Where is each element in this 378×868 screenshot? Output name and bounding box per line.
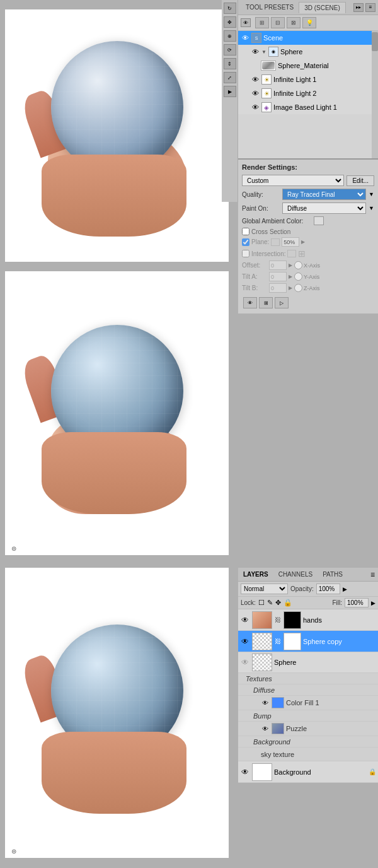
- render-preset-select[interactable]: Custom: [242, 175, 344, 186]
- mask-sphere-copy: [284, 633, 301, 650]
- z-axis-radio[interactable]: Z-Axis: [294, 284, 320, 292]
- tab-3d-scene[interactable]: 3D (SCENE): [299, 2, 346, 13]
- bulb-btn[interactable]: 💡: [302, 17, 316, 28]
- scene-item-ibl[interactable]: 👁 ◈ Image Based Light 1: [238, 100, 378, 114]
- scene-toolbar: 👁 ⊞ ⊟ ⊠ 💡: [238, 15, 378, 31]
- quality-select[interactable]: Ray Traced Final: [282, 189, 366, 200]
- plane-arrow[interactable]: ▶: [301, 239, 305, 245]
- sub-sky-texture[interactable]: sky texture: [238, 748, 378, 761]
- tab-tool-presets[interactable]: TOOL PRESETS: [241, 2, 299, 13]
- tab-paths[interactable]: PATHS: [318, 569, 348, 580]
- scene-label: Scene: [263, 34, 283, 42]
- chain-sphere-copy: ⛓: [274, 638, 282, 645]
- render-quality-row: Quality: Ray Traced Final ▼: [242, 189, 374, 200]
- tab-layers[interactable]: LAYERS: [238, 569, 273, 580]
- sub-textures: Textures: [238, 673, 378, 684]
- eye-ibl[interactable]: 👁: [251, 103, 260, 112]
- lock-move-icon[interactable]: ✥: [275, 599, 281, 607]
- fill-arrow[interactable]: ▶: [371, 600, 375, 606]
- eye-background[interactable]: 👁: [240, 767, 250, 777]
- sub-color-fill[interactable]: 👁 Color Fill 1: [238, 696, 378, 710]
- tilt-a-row: Tilt A: ▶ Y-Axis: [242, 272, 374, 281]
- scene-item-material[interactable]: Sphere_Material: [238, 59, 378, 73]
- tool-select[interactable]: ▶: [224, 86, 236, 97]
- y-axis-radio[interactable]: Y-Axis: [294, 273, 319, 281]
- layers-menu-btn[interactable]: ≡: [367, 569, 378, 580]
- plane-row: Plane: ▶: [242, 237, 374, 247]
- plane-value[interactable]: [282, 237, 299, 247]
- tilt-a-input[interactable]: [269, 272, 287, 281]
- paint-dropdown-btn[interactable]: ▼: [369, 205, 374, 211]
- layer-item-sphere-copy[interactable]: 👁 ⛓ Sphere copy: [238, 631, 378, 652]
- sub-puzzle[interactable]: 👁 Puzzle: [238, 722, 378, 736]
- render-render-btn[interactable]: ▷: [275, 297, 289, 308]
- intersection-swatch[interactable]: [287, 250, 296, 257]
- render-mesh-btn[interactable]: ⊞: [259, 297, 273, 308]
- tool-pan[interactable]: ✥: [224, 16, 236, 28]
- menu-icon[interactable]: ≡: [365, 3, 375, 12]
- label-hands: hands: [303, 616, 376, 624]
- background-group-label: Background: [253, 738, 290, 746]
- quality-dropdown-btn[interactable]: ▼: [369, 191, 374, 197]
- tool-roll[interactable]: ⟳: [224, 44, 236, 56]
- layer-item-background[interactable]: 👁 Background 🔒: [238, 761, 378, 783]
- sub-background-group: Background: [238, 736, 378, 748]
- table-btn[interactable]: ⊟: [271, 17, 285, 28]
- layer-item-sphere[interactable]: 👁 Sphere: [238, 652, 378, 673]
- offset-arrow[interactable]: ▶: [289, 262, 292, 268]
- scene-image-1: [29, 35, 205, 237]
- tab-channels[interactable]: CHANNELS: [273, 569, 318, 580]
- tilt-b-input[interactable]: [269, 283, 287, 293]
- expand-sphere[interactable]: ▼: [261, 49, 266, 55]
- layers-btn[interactable]: ⊠: [287, 17, 301, 28]
- opacity-arrow[interactable]: ▶: [343, 586, 347, 592]
- eye-light1[interactable]: 👁: [251, 75, 260, 84]
- eye-scene[interactable]: 👁: [241, 33, 249, 42]
- expand-icon[interactable]: ▸▸: [353, 3, 364, 12]
- lock-position-icon[interactable]: ☐: [258, 599, 265, 607]
- lock-draw-icon[interactable]: ✎: [267, 599, 273, 607]
- eye-sphere[interactable]: 👁: [251, 47, 260, 56]
- layer-item-hands[interactable]: 👁 ⛓ hands: [238, 609, 378, 631]
- lock-label: Lock:: [241, 599, 256, 606]
- lock-all-icon[interactable]: 🔒: [284, 599, 292, 607]
- offset-row: Offset: ▶ X-Axis: [242, 261, 374, 270]
- eye-hands[interactable]: 👁: [240, 615, 250, 625]
- blend-mode-select[interactable]: Normal: [241, 584, 288, 594]
- x-axis-radio[interactable]: X-Axis: [294, 261, 320, 269]
- tool-slide[interactable]: ⤢: [224, 72, 236, 83]
- tilt-a-arrow[interactable]: ▶: [289, 274, 292, 279]
- plane-checkbox[interactable]: [242, 238, 249, 246]
- eye-light2[interactable]: 👁: [251, 89, 260, 98]
- eye-puzzle[interactable]: 👁: [261, 724, 270, 733]
- eye-sphere-layer[interactable]: 👁: [240, 657, 250, 667]
- mask-hands: [284, 611, 301, 629]
- scene-item-light1[interactable]: 👁 ☀ Infinite Light 1: [238, 73, 378, 86]
- eye-icon[interactable]: 👁: [241, 18, 251, 27]
- tool-zoom[interactable]: ⊕: [224, 30, 236, 42]
- intersection-checkbox[interactable]: [242, 250, 249, 257]
- layers-tabs: LAYERS CHANNELS PATHS ≡: [238, 568, 378, 582]
- intersection-icon[interactable]: ⊞: [298, 249, 306, 259]
- tilt-b-arrow[interactable]: ▶: [289, 285, 292, 291]
- offset-input[interactable]: [269, 261, 287, 270]
- ambient-color-swatch[interactable]: [314, 216, 324, 225]
- scene-scrollbar[interactable]: [372, 31, 378, 158]
- eye-color-fill[interactable]: 👁: [261, 698, 270, 707]
- cross-section: Cross Section Plane: ▶ Intersection: ⊞ O…: [242, 228, 374, 293]
- scene-item-scene[interactable]: 👁 S Scene: [238, 31, 378, 45]
- eye-sphere-copy[interactable]: 👁: [240, 636, 250, 647]
- render-eye-btn[interactable]: 👁: [243, 297, 257, 308]
- opacity-label: Opacity:: [290, 585, 314, 592]
- scene-item-light2[interactable]: 👁 ☀ Infinite Light 2: [238, 86, 378, 100]
- scene-item-sphere[interactable]: 👁 ▼ ◉ Sphere: [238, 45, 378, 59]
- grid-btn[interactable]: ⊞: [255, 17, 269, 28]
- cross-section-checkbox[interactable]: [242, 228, 249, 235]
- opacity-input[interactable]: [316, 584, 340, 594]
- tool-walk[interactable]: ⇕: [224, 58, 236, 69]
- tool-rotate[interactable]: ↻: [224, 3, 236, 14]
- paint-on-select[interactable]: Diffuse: [282, 202, 366, 214]
- fill-input[interactable]: [345, 598, 369, 607]
- plane-swatch[interactable]: [271, 238, 280, 246]
- render-edit-btn[interactable]: Edit...: [346, 175, 374, 186]
